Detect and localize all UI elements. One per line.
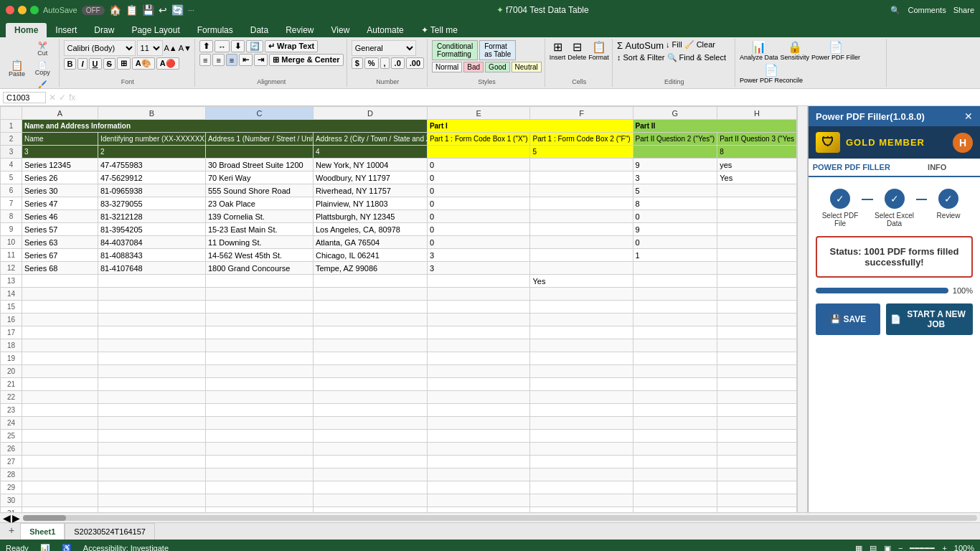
sensitivity-button[interactable]: 🔒Sensitivity [780,40,809,61]
search-icon[interactable]: 🔍 [890,6,900,15]
conditional-formatting-button[interactable]: ConditionalFormatting [432,40,478,60]
comments-button[interactable]: Comments [908,6,946,14]
tab-page-layout[interactable]: Page Layout [123,23,188,37]
align-top-button[interactable]: ⬆ [199,40,213,52]
col-header-a[interactable]: A [22,107,98,120]
align-right-button[interactable]: ≡ [226,54,237,66]
format-as-table-button[interactable]: Formatas Table [479,40,516,60]
close-button[interactable] [6,6,14,14]
vertical-scrollbar[interactable] [797,106,807,512]
tab-review[interactable]: Review [277,23,322,37]
align-middle-button[interactable]: ↔ [215,40,230,52]
tab-power-pdf-filler[interactable]: POWER PDF FILLER [809,159,895,177]
good-style[interactable]: Good [485,62,509,72]
bold-button[interactable]: B [64,58,77,70]
tab-home[interactable]: Home [6,23,47,37]
find-select-button[interactable]: 🔍 Find & Select [667,53,726,62]
delete-cells-button[interactable]: ⊟Delete [567,40,586,61]
sheet-add-button[interactable]: + [3,523,20,540]
neutral-style[interactable]: Neutral [512,62,542,72]
start-new-job-button[interactable]: 📄 START A NEW JOB [886,303,973,335]
spreadsheet-scroll[interactable]: A B C D E F G H 1 [0,106,797,512]
font-increase-button[interactable]: A▲ [164,44,177,52]
formula-input[interactable] [78,93,977,103]
view-normal-button[interactable]: ▦ [855,544,862,552]
autosum-button[interactable]: Σ AutoSum [617,40,664,51]
orientation-button[interactable]: 🔄 [246,40,263,52]
power-pdf-reconcile-button[interactable]: 📄Power PDF Reconcile [740,63,803,84]
sort-filter-button[interactable]: ↕ Sort & Filter [617,53,665,62]
col-header-e[interactable]: E [427,107,530,120]
col-header-h[interactable]: H [717,107,797,120]
decrease-indent-button[interactable]: ⇤ [239,54,253,66]
format-cells-button[interactable]: 📋Format [588,40,609,61]
tab-info[interactable]: INFO [895,159,981,176]
bad-style[interactable]: Bad [463,62,484,72]
analyze-data-button[interactable]: 📊Analyze Data [740,40,778,61]
currency-button[interactable]: $ [352,57,363,69]
cell-10d: Atlanta, GA 76504 [313,236,427,249]
insert-cells-button[interactable]: ⊞Insert [550,40,566,61]
tab-tell-me[interactable]: ✦ Tell me [413,23,466,37]
decrease-decimal-button[interactable]: .00 [406,57,424,69]
strikethrough-button[interactable]: S [103,58,116,70]
save-button[interactable]: 💾 SAVE [816,303,880,335]
normal-style[interactable]: Normal [432,62,462,72]
scroll-left-button[interactable]: ◀ [3,512,11,524]
tab-view[interactable]: View [323,23,359,37]
font-size-selector[interactable]: 11 [137,40,163,56]
cell-9c: 15-23 East Main St. [205,223,313,236]
autosave-toggle[interactable]: OFF [82,6,105,15]
maximize-button[interactable] [30,6,39,14]
tab-formulas[interactable]: Formulas [189,23,242,37]
col-header-f[interactable]: F [530,107,633,120]
col-header-c[interactable]: C [205,107,313,120]
fill-button[interactable]: ↓ Fill [666,40,682,51]
scroll-right-button[interactable]: ▶ [12,512,20,524]
sheet-tab-2[interactable]: S20230524T164157 [65,523,155,540]
align-center-button[interactable]: ≡ [212,54,224,66]
paste-button[interactable]: 📋 Paste [6,59,28,79]
increase-decimal-button[interactable]: .0 [391,57,405,69]
align-bottom-button[interactable]: ⬇ [231,40,245,52]
font-decrease-button[interactable]: A▼ [179,44,192,52]
zoom-in-button[interactable]: + [942,544,946,551]
share-button[interactable]: Share [953,6,974,14]
copy-button[interactable]: 📄Copy [29,60,56,77]
cell-reference-box[interactable] [3,92,46,103]
clear-button[interactable]: 🧹 Clear [684,40,715,51]
minimize-button[interactable] [18,6,27,14]
tab-insert[interactable]: Insert [47,23,85,37]
view-layout-button[interactable]: ▤ [870,544,877,552]
col-header-b[interactable]: B [98,107,205,120]
col-header-d[interactable]: D [313,107,427,120]
tab-draw[interactable]: Draw [85,23,123,37]
comma-button[interactable]: , [380,57,390,69]
wrap-text-button[interactable]: ↵ Wrap Text [265,40,318,52]
font-name-selector[interactable]: Calibri (Body) [64,40,136,56]
percent-button[interactable]: % [364,57,379,69]
border-button[interactable]: ⊞ [117,57,131,70]
fill-color-button[interactable]: A🎨 [132,57,155,70]
panel-close-button[interactable]: ✕ [964,110,973,122]
horizontal-scroll-thumb[interactable] [23,515,66,521]
tab-data[interactable]: Data [242,23,277,37]
view-page-break-button[interactable]: ▣ [884,544,891,552]
format-painter-button[interactable]: 🖌️Format [29,79,56,89]
cut-button[interactable]: ✂️Cut [29,40,56,58]
font-color-button[interactable]: A🔴 [156,57,179,70]
table-row: 4 Series 12345 47-4755983 30 Broad Stree… [1,159,797,171]
power-pdf-filler-button[interactable]: 📄Power PDF Filler [811,40,860,61]
horizontal-scroll-track[interactable] [23,515,977,521]
number-format-selector[interactable]: General [352,40,416,56]
align-left-button[interactable]: ≡ [199,54,211,66]
underline-button[interactable]: U [89,58,102,70]
zoom-slider[interactable]: ━━━━━ [910,544,935,552]
col-header-g[interactable]: G [633,107,717,120]
sheet-tab-1[interactable]: Sheet1 [20,523,65,540]
italic-button[interactable]: I [77,58,87,70]
tab-automate[interactable]: Automate [358,23,412,37]
zoom-out-button[interactable]: − [898,544,903,551]
increase-indent-button[interactable]: ⇥ [254,54,268,66]
merge-center-button[interactable]: ⊞ Merge & Center [269,54,343,66]
